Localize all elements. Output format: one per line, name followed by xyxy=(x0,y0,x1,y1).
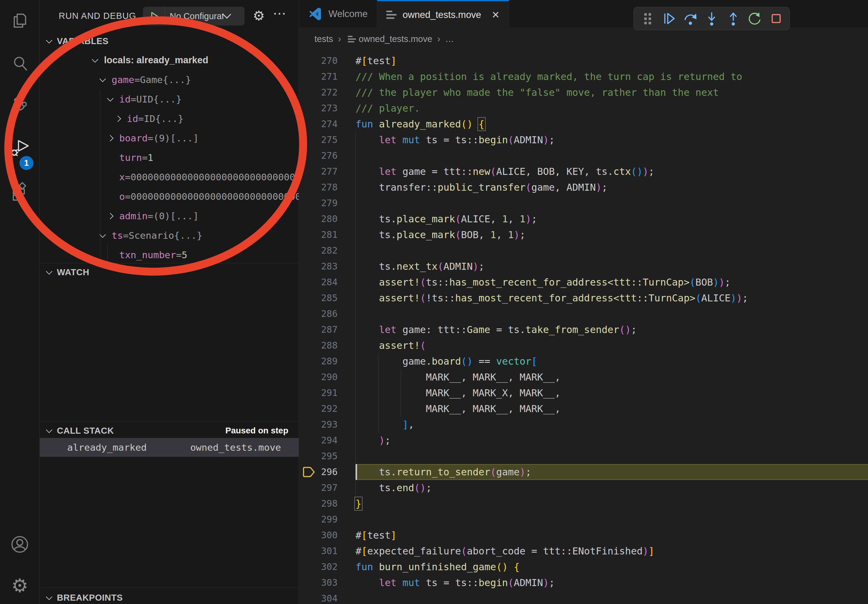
source-control-icon[interactable] xyxy=(9,96,30,116)
code-line[interactable]: 300#[test] xyxy=(299,527,868,543)
chevron-right-icon[interactable] xyxy=(115,115,121,122)
line-number[interactable]: 279 xyxy=(299,195,338,211)
variable-row[interactable]: ts = Scenario{...} xyxy=(40,226,299,245)
line-number[interactable]: 303 xyxy=(299,575,338,591)
code-line[interactable]: 302fun burn_unfinished_game() { xyxy=(299,559,868,575)
step-into-icon[interactable] xyxy=(704,11,719,26)
code-line[interactable]: 270#[test] xyxy=(299,53,868,69)
drag-handle-icon[interactable] xyxy=(640,11,656,26)
line-number[interactable]: 281 xyxy=(299,227,338,243)
code-line[interactable]: 299 xyxy=(299,511,868,527)
code-line[interactable]: 275 let mut ts = ts::begin(ADMIN); xyxy=(299,132,868,148)
close-tab-icon[interactable]: ✕ xyxy=(491,9,500,21)
line-number[interactable]: 273 xyxy=(299,101,338,116)
line-number[interactable]: 280 xyxy=(299,211,338,227)
line-number[interactable]: 301 xyxy=(299,543,338,559)
breadcrumb-folder[interactable]: tests xyxy=(315,34,333,44)
line-number[interactable]: 286 xyxy=(299,306,338,322)
line-number[interactable]: 285 xyxy=(299,290,338,306)
code-line[interactable]: 274fun already_marked() { xyxy=(299,116,868,132)
line-number[interactable]: 292 xyxy=(299,401,338,417)
variable-row[interactable]: turn = 1 xyxy=(40,148,299,167)
code-line[interactable]: 291 MARK__, MARK_X, MARK__, xyxy=(299,385,868,401)
stop-icon[interactable] xyxy=(768,11,784,26)
code-line[interactable]: 298} xyxy=(299,496,868,511)
callstack-frame[interactable]: already_markedowned_tests.move xyxy=(40,438,299,457)
line-number[interactable]: 276 xyxy=(299,148,338,164)
line-number[interactable]: 278 xyxy=(299,180,338,195)
line-number[interactable]: 272 xyxy=(299,85,338,101)
line-number[interactable]: 294 xyxy=(299,432,338,448)
step-out-icon[interactable] xyxy=(725,11,741,26)
code-line[interactable]: 301#[expected_failure(abort_code = ttt::… xyxy=(299,543,868,559)
code-line[interactable]: 296 ts.return_to_sender(game); xyxy=(299,464,868,480)
code-line[interactable]: 288 assert!( xyxy=(299,338,868,353)
code-line[interactable]: 293 ], xyxy=(299,417,868,432)
line-number[interactable]: 298 xyxy=(299,496,338,511)
variable-row[interactable]: game = Game{...} xyxy=(40,70,299,90)
code-line[interactable]: 271/// When a position is already marked… xyxy=(299,69,868,85)
code-line[interactable]: 277 let game = ttt::new(ALICE, BOB, KEY,… xyxy=(299,164,868,180)
extensions-icon[interactable] xyxy=(9,180,30,201)
tab-owned-tests-move[interactable]: owned_tests.move ✕ xyxy=(377,0,509,28)
line-number[interactable]: 283 xyxy=(299,259,338,274)
line-number[interactable]: 275 xyxy=(299,132,338,148)
line-number[interactable]: 304 xyxy=(299,591,338,604)
line-number[interactable]: 290 xyxy=(299,369,338,385)
code-line[interactable]: 289 game.board() == vector[ xyxy=(299,353,868,369)
code-line[interactable]: 281 ts.place_mark(BOB, 1, 1); xyxy=(299,227,868,243)
line-number[interactable]: 270 xyxy=(299,53,338,69)
chevron-down-icon[interactable] xyxy=(99,76,106,82)
chevron-down-icon[interactable] xyxy=(107,95,113,101)
variable-row[interactable]: board = (9)[...] xyxy=(40,129,299,148)
line-number[interactable]: 302 xyxy=(299,559,338,575)
variable-row[interactable]: txn_number = 5 xyxy=(40,245,299,265)
code-line[interactable]: 284 assert!(ts::has_most_recent_for_addr… xyxy=(299,274,868,290)
step-over-icon[interactable] xyxy=(682,11,698,26)
code-line[interactable]: 297 ts.end(); xyxy=(299,480,868,496)
code-line[interactable]: 304 xyxy=(299,591,868,604)
line-number[interactable]: 277 xyxy=(299,164,338,180)
line-number[interactable]: 299 xyxy=(299,511,338,527)
files-icon[interactable] xyxy=(9,11,30,32)
debug-settings-gear-icon[interactable]: ⚙ xyxy=(250,7,268,25)
tab-welcome[interactable]: Welcome xyxy=(299,0,377,28)
chevron-down-icon[interactable] xyxy=(92,56,98,62)
variable-row[interactable]: id = UID{...} xyxy=(40,90,299,109)
watch-section-header[interactable]: WATCH xyxy=(40,263,299,281)
line-number[interactable]: 288 xyxy=(299,338,338,353)
breadcrumb-file[interactable]: owned_tests.move xyxy=(359,34,432,44)
code-line[interactable]: 290 MARK__, MARK__, MARK__, xyxy=(299,369,868,385)
line-number[interactable]: 284 xyxy=(299,274,338,290)
chevron-right-icon[interactable] xyxy=(107,212,113,219)
code-line[interactable]: 295 xyxy=(299,448,868,464)
views-more-actions-icon[interactable]: ⋯ xyxy=(273,5,286,21)
run-and-debug-icon[interactable] xyxy=(9,138,30,159)
variable-row[interactable]: x = 000000000000000000000000000000000000… xyxy=(40,167,299,187)
continue-icon[interactable] xyxy=(661,11,677,26)
code-line[interactable]: 286 xyxy=(299,306,868,322)
config-dropdown[interactable]: No Configurations xyxy=(170,11,223,21)
line-number[interactable]: 297 xyxy=(299,480,338,496)
start-debugging-button[interactable] xyxy=(143,7,165,26)
variables-section-header[interactable]: VARIABLES xyxy=(40,32,299,50)
code-line[interactable]: 285 assert!(!ts::has_most_recent_for_add… xyxy=(299,290,868,306)
line-number[interactable]: 287 xyxy=(299,322,338,338)
settings-gear-icon[interactable]: ⚙ xyxy=(9,575,30,596)
code-line[interactable]: 278 transfer::public_transfer(game, ADMI… xyxy=(299,180,868,195)
line-number[interactable]: 282 xyxy=(299,243,338,259)
code-line[interactable]: 292 MARK__, MARK__, MARK__, xyxy=(299,401,868,417)
line-number[interactable]: 274 xyxy=(299,116,338,132)
restart-icon[interactable] xyxy=(747,11,763,26)
code-line[interactable]: 294 ); xyxy=(299,432,868,448)
code-line[interactable]: 287 let game: ttt::Game = ts.take_from_s… xyxy=(299,322,868,338)
breadcrumb-symbol[interactable]: … xyxy=(445,34,454,44)
code-line[interactable]: 273/// player. xyxy=(299,101,868,116)
line-number[interactable]: 271 xyxy=(299,69,338,85)
code-line[interactable]: 272/// the player who made the "false" m… xyxy=(299,85,868,101)
variable-row[interactable]: o = 000000000000000000000000000000000000… xyxy=(40,187,299,206)
code-line[interactable]: 279 xyxy=(299,195,868,211)
line-number[interactable]: 293 xyxy=(299,417,338,432)
code-line[interactable]: 276 xyxy=(299,148,868,164)
chevron-down-icon[interactable] xyxy=(99,231,106,237)
